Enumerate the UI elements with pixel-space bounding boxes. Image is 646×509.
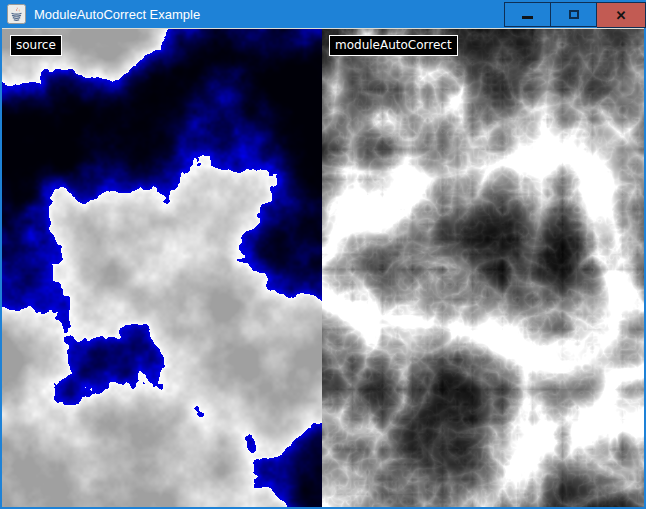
source-noise-image bbox=[2, 29, 322, 507]
close-icon: ✕ bbox=[616, 9, 627, 22]
autocorrect-panel: moduleAutoCorrect bbox=[322, 29, 644, 507]
window-controls: ✕ bbox=[504, 0, 646, 28]
window-title: ModuleAutoCorrect Example bbox=[34, 7, 200, 22]
java-app-icon[interactable] bbox=[7, 4, 26, 24]
titlebar[interactable]: ModuleAutoCorrect Example ✕ bbox=[0, 0, 646, 28]
close-button[interactable]: ✕ bbox=[597, 2, 646, 28]
minimize-button[interactable] bbox=[504, 2, 551, 27]
moduleautocorrect-noise-image bbox=[322, 29, 644, 507]
source-panel: source bbox=[2, 29, 322, 507]
source-label: source bbox=[10, 35, 62, 56]
maximize-button[interactable] bbox=[551, 2, 597, 27]
app-window: ModuleAutoCorrect Example ✕ source modul… bbox=[0, 0, 646, 509]
moduleautocorrect-label: moduleAutoCorrect bbox=[329, 35, 458, 56]
minimize-icon bbox=[522, 16, 533, 19]
content-area: source moduleAutoCorrect bbox=[2, 29, 644, 507]
maximize-icon bbox=[569, 10, 579, 19]
